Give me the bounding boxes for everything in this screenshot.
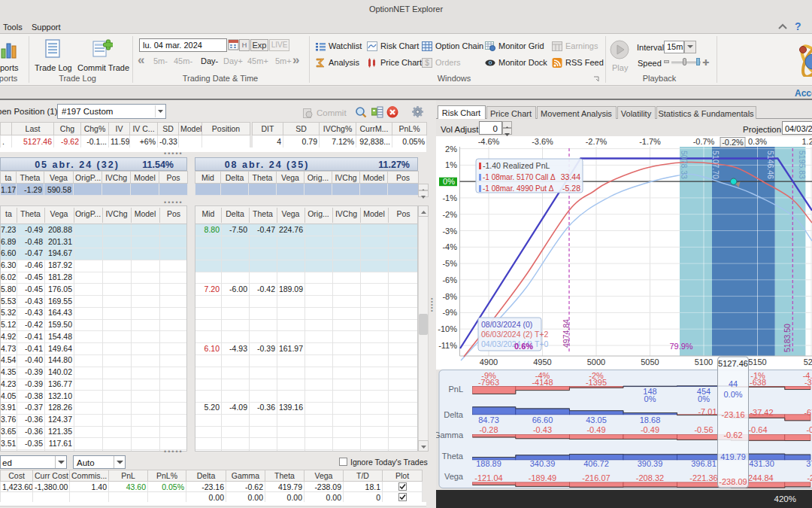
svg-text:-0.7%: -0.7%: [693, 137, 715, 146]
svg-text:-121.04: -121.04: [474, 473, 502, 482]
svg-text:-6%: -6%: [442, 275, 457, 284]
svg-text:-238.09: -238.09: [719, 477, 747, 486]
svg-text:-0.49: -0.49: [641, 425, 659, 434]
svg-text:33.44: 33.44: [561, 172, 580, 181]
svg-text:-10%: -10%: [438, 324, 457, 333]
svg-text:340.39: 340.39: [530, 459, 556, 468]
svg-text:-221.36: -221.36: [689, 473, 717, 482]
svg-text:5100: 5100: [695, 357, 713, 367]
svg-text:-7963: -7963: [478, 378, 499, 387]
svg-text:-4%: -4%: [442, 242, 457, 251]
svg-text:5127.46: 5127.46: [718, 359, 748, 368]
svg-text:66.60: 66.60: [532, 415, 553, 424]
svg-text:-4.6%: -4.6%: [478, 137, 500, 146]
svg-text:$: $: [425, 59, 429, 67]
svg-text:-203.5: -203.5: [807, 473, 812, 482]
svg-text:-1 08mar. 5170 Call Δ: -1 08mar. 5170 Call Δ: [483, 173, 556, 181]
svg-text:-0.64: -0.64: [748, 425, 767, 434]
svg-text:-1 08mar. 4990 Put Δ: -1 08mar. 4990 Put Δ: [483, 184, 554, 193]
svg-text:-5%: -5%: [442, 259, 457, 268]
svg-text:-3288: -3288: [804, 378, 812, 387]
svg-text:-3%: -3%: [442, 227, 457, 236]
svg-text:-67.88: -67.88: [804, 408, 812, 417]
svg-text:1.2%: 1.2%: [801, 137, 812, 146]
svg-text:Delta: Delta: [444, 410, 464, 419]
svg-text:-1395: -1395: [586, 378, 607, 387]
svg-text:5183.50: 5183.50: [783, 324, 792, 352]
svg-text:-189.49: -189.49: [529, 473, 556, 482]
svg-text:0.3%: 0.3%: [748, 137, 767, 146]
svg-text:376.40: 376.40: [806, 459, 812, 468]
svg-text:-7.01: -7.01: [698, 407, 717, 416]
svg-text:06/03/2024 (2) T+2: 06/03/2024 (2) T+2: [481, 330, 549, 339]
svg-text:-1%: -1%: [442, 193, 457, 202]
svg-text:5146.46: 5146.46: [766, 151, 775, 179]
svg-text:-0.2%: -0.2%: [722, 138, 744, 147]
svg-text:0%: 0%: [644, 394, 656, 403]
svg-text:-216.07: -216.07: [582, 473, 610, 482]
svg-text:-4148: -4148: [532, 378, 553, 387]
svg-text:Vega: Vega: [444, 472, 464, 481]
svg-text:Gamma: Gamma: [436, 430, 464, 440]
svg-text:-2.7%: -2.7%: [586, 137, 607, 146]
svg-text:-0.43: -0.43: [533, 425, 552, 434]
svg-text:5000: 5000: [587, 357, 605, 367]
svg-text:0%: 0%: [698, 394, 710, 403]
svg-text:419.79: 419.79: [720, 452, 746, 461]
svg-text:0.6%: 0.6%: [514, 342, 533, 351]
svg-text:2%: 2%: [445, 144, 457, 154]
svg-text:-244.84: -244.84: [745, 473, 773, 482]
svg-text:0%: 0%: [443, 177, 455, 186]
svg-text:79.9%: 79.9%: [669, 342, 692, 351]
svg-text:5200: 5200: [804, 357, 812, 367]
svg-text:43.05: 43.05: [586, 415, 607, 424]
svg-text:-9%: -9%: [442, 308, 457, 317]
svg-text:4974.84: 4974.84: [562, 319, 571, 348]
svg-text:-23.16: -23.16: [721, 410, 744, 419]
svg-text:PnL: PnL: [448, 385, 463, 394]
svg-text:431.30: 431.30: [749, 459, 774, 468]
svg-text:0.0%: 0.0%: [723, 390, 742, 399]
svg-text:188.89: 188.89: [476, 459, 501, 468]
svg-text:-1.40 Realized PnL: -1.40 Realized PnL: [483, 161, 550, 170]
svg-text:4950: 4950: [533, 357, 551, 367]
svg-text:5050: 5050: [641, 357, 659, 367]
svg-text:-0.49: -0.49: [586, 425, 605, 434]
svg-text:5195.83: 5195.83: [798, 151, 807, 179]
svg-text:-638: -638: [750, 378, 766, 387]
svg-text:406.72: 406.72: [583, 459, 609, 468]
svg-text:84.73: 84.73: [478, 415, 499, 424]
svg-text:396.81: 396.81: [691, 459, 717, 468]
svg-text:-37.42: -37.42: [750, 408, 773, 417]
svg-text:5150: 5150: [748, 357, 766, 367]
svg-text:-2%: -2%: [442, 210, 457, 219]
svg-text:44: 44: [729, 379, 738, 388]
svg-text:-0.56: -0.56: [694, 425, 713, 434]
svg-text:-0.62: -0.62: [723, 430, 742, 440]
svg-text:-5.28: -5.28: [562, 184, 580, 193]
svg-text:-1.7%: -1.7%: [639, 137, 661, 146]
svg-text:-3.6%: -3.6%: [532, 137, 553, 146]
svg-text:390.39: 390.39: [638, 459, 663, 468]
svg-text:5107.70: 5107.70: [711, 151, 720, 179]
svg-text:5078.33: 5078.33: [680, 151, 689, 179]
svg-text:-8%: -8%: [442, 292, 457, 301]
svg-text:18.68: 18.68: [640, 415, 661, 424]
svg-text:1%: 1%: [445, 160, 457, 169]
svg-text:-11%: -11%: [438, 341, 457, 350]
svg-text:-0.28: -0.28: [479, 425, 498, 434]
svg-text:-208.32: -208.32: [636, 473, 664, 482]
svg-text:08/03/2024 (0): 08/03/2024 (0): [481, 320, 532, 329]
svg-text:Theta: Theta: [442, 452, 464, 461]
svg-text:-0.66: -0.66: [806, 425, 812, 434]
svg-text:4900: 4900: [480, 357, 498, 367]
